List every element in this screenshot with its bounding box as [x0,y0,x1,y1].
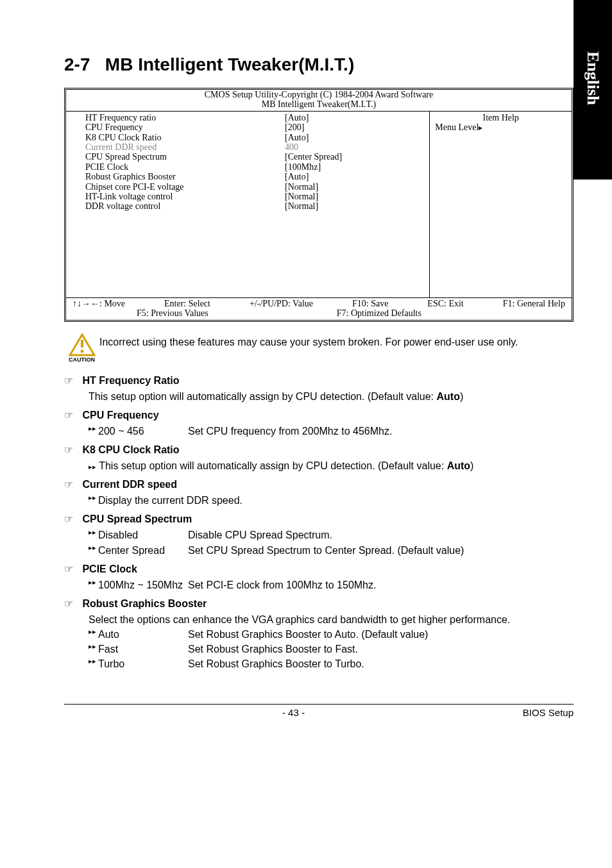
pointer-icon: ☞ [64,444,73,455]
bios-setting-row: CPU Frequency[200] [85,122,429,132]
pointer-icon: ☞ [64,375,73,386]
pointer-icon: ☞ [64,410,73,421]
svg-rect-1 [81,340,83,347]
bios-setting-row: Chipset core PCI-E voltage[Normal] [85,182,429,192]
option-section: ☞ CPU Spread Spectrum▸▸DisabledDisable C… [64,513,574,557]
bios-setting-row: HT-Link voltage control[Normal] [85,192,429,201]
bios-setting-row: CPU Spread Spectrum[Center Spread] [85,152,429,162]
bios-footer: ↑↓→←: MoveEnter: Select+/-/PU/PD: ValueF… [66,297,572,320]
option-value-line: ▸▸AutoSet Robust Graphics Booster to Aut… [89,627,574,642]
menu-level-label: Menu Level [435,122,482,132]
bios-header: CMOS Setup Utility-Copyright (C) 1984-20… [66,90,572,112]
bios-setting-row: DDR voltage control[Normal] [85,201,429,211]
option-value-line: ▸▸FastSet Robust Graphics Booster to Fas… [89,642,574,656]
pointer-icon: ☞ [64,563,73,574]
option-value-line: ▸▸200 ~ 456Set CPU frequency from 200Mhz… [89,424,574,438]
page-title: 2-7 MB Intelligent Tweaker(M.I.T.) [64,54,574,75]
pointer-icon: ☞ [64,513,73,524]
option-section: ☞ HT Frequency RatioThis setup option wi… [64,374,574,404]
item-help-label: Item Help [435,113,566,122]
option-value-line: ▸▸Display the current DDR speed. [89,493,574,508]
pointer-icon: ☞ [64,479,73,490]
option-section: ☞ PCIE Clock▸▸100Mhz ~ 150MhzSet PCI-E c… [64,563,574,592]
option-value-line: ▸▸DisabledDisable CPU Spread Spectrum. [89,528,574,542]
bios-setting-row: Robust Graphics Booster[Auto] [85,172,429,181]
pointer-icon: ☞ [64,598,73,609]
bios-setting-row: PCIE Clock[100Mhz] [85,162,429,172]
caution-text: Incorrect using these features may cause… [99,333,518,348]
option-value-line: ▸▸100Mhz ~ 150MhzSet PCI-E clock from 10… [89,578,574,592]
option-section: ☞ Robust Graphics BoosterSelect the opti… [64,597,574,672]
option-value-line: ▸▸TurboSet Robust Graphics Booster to Tu… [89,656,574,671]
svg-point-2 [80,349,83,353]
bios-setting-row: K8 CPU Clock Ratio[Auto] [85,133,429,142]
option-section: ☞ Current DDR speed▸▸Display the current… [64,478,574,508]
option-section: ☞ K8 CPU Clock Ratio▸▸ This setup option… [64,444,574,473]
bios-setting-row: Current DDR speed400 [85,142,429,152]
bios-setting-row: HT Frequency ratio[Auto] [85,113,429,122]
caution-icon: CAUTION [64,333,99,363]
page-footer: - 43 - BIOS Setup [64,704,574,718]
option-section: ☞ CPU Frequency▸▸200 ~ 456Set CPU freque… [64,409,574,438]
option-value-line: ▸▸Center SpreadSet CPU Spread Spectrum t… [89,543,574,558]
bios-screenshot: CMOS Setup Utility-Copyright (C) 1984-20… [64,88,574,322]
